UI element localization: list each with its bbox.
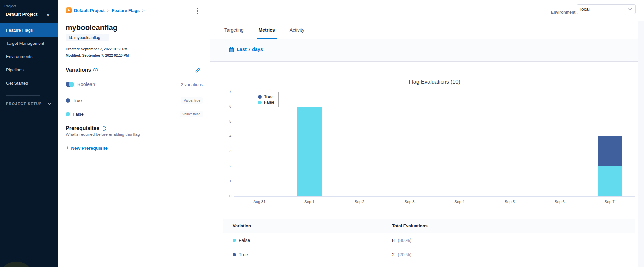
- table-header-row: Variation Total Evaluations: [223, 219, 635, 233]
- sidebar-nav: Feature Flags Target Management Environm…: [0, 23, 58, 90]
- chevron-down-icon: [48, 103, 51, 105]
- y-axis-tick: 1: [215, 179, 231, 183]
- prerequisites-heading-row: Prerequisites i: [66, 125, 106, 131]
- chevron-down-icon: [628, 8, 632, 10]
- legend-item-true[interactable]: True: [258, 94, 274, 99]
- flag-id-chip[interactable]: Id: mybooleanflag: [66, 34, 109, 41]
- sidebar: Project Default Project » Feature Flags …: [0, 0, 58, 267]
- date-filter-bar: Last 7 days: [210, 39, 644, 62]
- scrollbar-track[interactable]: [638, 21, 644, 267]
- info-icon[interactable]: i: [93, 68, 98, 72]
- project-setup-toggle[interactable]: PROJECT SETUP: [6, 102, 51, 106]
- bar-false-sep-7[interactable]: [598, 166, 622, 196]
- y-axis-tick: 5: [215, 119, 231, 123]
- environment-label: Environment: [551, 10, 575, 15]
- true-dot-icon: [66, 98, 70, 103]
- x-axis-tick: Sep 6: [543, 200, 576, 204]
- info-icon[interactable]: i: [102, 126, 106, 131]
- variations-divider: [66, 90, 203, 90]
- prerequisites-subtitle: What's required before enabling this fla…: [66, 132, 140, 137]
- x-axis-tick: Sep 1: [293, 200, 326, 204]
- tab-targeting[interactable]: Targeting: [222, 21, 246, 39]
- edit-variations-button[interactable]: [195, 67, 201, 74]
- help-bubble[interactable]: [2, 262, 31, 267]
- x-axis-tick: Sep 2: [343, 200, 376, 204]
- evaluations-percent: (20.%): [398, 252, 411, 257]
- breadcrumb-separator: >: [107, 8, 110, 13]
- variation-count: 2 variations: [181, 82, 203, 87]
- y-axis-tick: 6: [215, 104, 231, 108]
- variation-row-true: True Value: true: [66, 97, 203, 104]
- flag-title: mybooleanflag: [66, 23, 117, 32]
- plus-icon: +: [66, 145, 69, 151]
- false-dot-icon: [66, 112, 70, 116]
- created-date: Created: September 7, 2022 01:56 PM: [66, 47, 127, 51]
- breadcrumb-feature-flags[interactable]: Feature Flags: [112, 8, 140, 13]
- false-dot-icon: [233, 239, 236, 242]
- evaluations-table: Variation Total Evaluations False 8 (80.…: [223, 219, 635, 262]
- flag-tabs: Targeting Metrics Activity: [222, 21, 306, 39]
- calendar-icon: [229, 47, 234, 52]
- chart-title: Flag Evaluations (10): [234, 79, 635, 85]
- x-axis-tick: Sep 5: [493, 200, 526, 204]
- environment-select[interactable]: local: [577, 4, 636, 14]
- variation-value-chip: Value: true: [181, 97, 203, 104]
- modified-date: Modified: September 7, 2022 02:10 PM: [66, 53, 129, 57]
- evaluations-percent: (80.%): [398, 238, 411, 243]
- date-range-button[interactable]: Last 7 days: [229, 47, 263, 52]
- bar-false-sep-1[interactable]: [297, 107, 322, 196]
- feature-flags-module-icon: ⚑: [66, 7, 72, 13]
- sidebar-item-feature-flags[interactable]: Feature Flags: [0, 23, 58, 37]
- y-axis-tick: 7: [215, 89, 231, 93]
- environment-selected-value: local: [580, 7, 628, 12]
- total-evaluations-value: 8: [392, 238, 395, 243]
- breadcrumb-separator: >: [142, 8, 145, 13]
- variations-heading-row: Variations i: [66, 67, 98, 73]
- legend-item-false[interactable]: False: [258, 100, 274, 105]
- x-axis-tick: Sep 4: [443, 200, 476, 204]
- column-header-total-evaluations: Total Evaluations: [392, 223, 428, 228]
- project-name: Default Project: [6, 12, 47, 17]
- variation-type-label: Boolean: [77, 82, 181, 87]
- project-setup-label: PROJECT SETUP: [6, 102, 42, 106]
- variations-heading: Variations: [66, 67, 91, 73]
- chart-legend: True False: [255, 92, 279, 107]
- x-axis-tick: Aug 31: [243, 200, 276, 204]
- new-prerequisite-label: New Prerequisite: [71, 146, 108, 151]
- sidebar-item-target-management[interactable]: Target Management: [0, 37, 58, 50]
- flag-detail-panel: ⚑ Default Project > Feature Flags > mybo…: [58, 0, 210, 267]
- x-axis-tick: Sep 3: [393, 200, 426, 204]
- boolean-toggle-icon: [66, 82, 74, 87]
- column-header-variation: Variation: [223, 223, 392, 228]
- variation-value-chip: Value: false: [180, 111, 203, 117]
- copy-icon[interactable]: [103, 36, 106, 39]
- flag-id-text: Id: mybooleanflag: [69, 35, 100, 40]
- new-prerequisite-button[interactable]: + New Prerequisite: [66, 145, 108, 151]
- metrics-panel: Environment local Targeting Metrics Acti…: [210, 0, 644, 267]
- y-axis-tick: 2: [215, 164, 231, 168]
- tab-activity[interactable]: Activity: [288, 21, 306, 39]
- expand-project-icon: »: [47, 11, 49, 17]
- sidebar-item-get-started[interactable]: Get Started: [0, 76, 58, 90]
- project-selector[interactable]: Default Project »: [3, 10, 52, 18]
- breadcrumb-default-project[interactable]: Default Project: [74, 8, 105, 13]
- sidebar-item-pipelines[interactable]: Pipelines: [0, 63, 58, 76]
- table-row[interactable]: True 2 (20.%): [223, 247, 635, 262]
- variation-name: False: [73, 112, 180, 117]
- flag-options-menu-button[interactable]: [194, 7, 201, 15]
- variation-type-row: Boolean 2 variations: [66, 82, 203, 87]
- x-axis-tick: Sep 7: [593, 200, 626, 204]
- table-row[interactable]: False 8 (80.%): [223, 233, 635, 247]
- x-axis-line: [234, 196, 635, 197]
- bar-true-sep-7[interactable]: [598, 136, 622, 166]
- breadcrumb: ⚑ Default Project > Feature Flags >: [66, 7, 144, 13]
- prerequisites-heading: Prerequisites: [66, 125, 99, 131]
- tab-metrics[interactable]: Metrics: [257, 21, 277, 39]
- variation-name: True: [73, 98, 181, 103]
- legend-dot-true: [258, 95, 262, 99]
- date-range-label: Last 7 days: [237, 47, 263, 52]
- y-axis-tick: 0: [215, 194, 231, 198]
- total-evaluations-value: 2: [392, 252, 395, 257]
- pencil-icon: [195, 67, 201, 73]
- sidebar-item-environments[interactable]: Environments: [0, 50, 58, 63]
